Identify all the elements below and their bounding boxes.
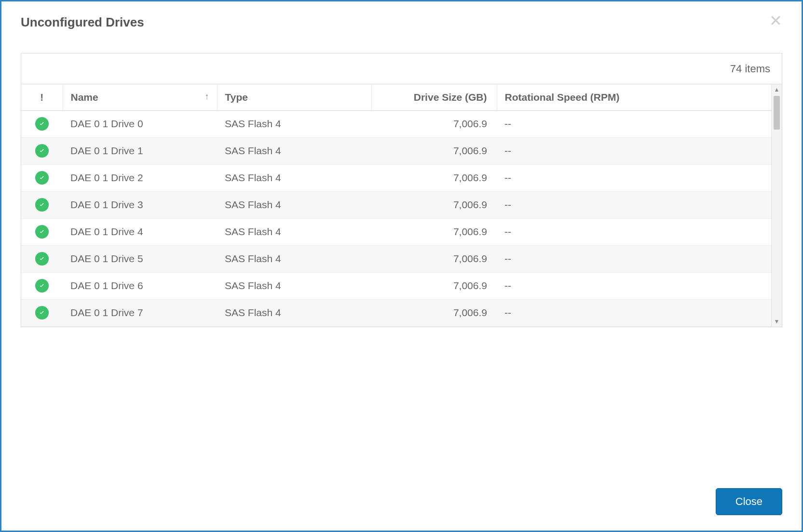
cell-size: 7,006.9 (371, 110, 497, 137)
dialog-title: Unconfigured Drives (21, 15, 144, 30)
cell-type: SAS Flash 4 (217, 299, 371, 326)
cell-status (21, 110, 63, 137)
check-circle-icon (35, 117, 49, 131)
cell-status (21, 272, 63, 299)
cell-status (21, 299, 63, 326)
check-circle-icon (35, 171, 49, 185)
cell-type: SAS Flash 4 (217, 218, 371, 245)
table-toolbar: 74 items (21, 53, 782, 84)
cell-status (21, 191, 63, 218)
cell-status (21, 218, 63, 245)
col-header-type[interactable]: Type (217, 84, 371, 110)
check-circle-icon (35, 198, 49, 212)
cell-name: DAE 0 1 Drive 7 (63, 299, 217, 326)
cell-rpm: -- (497, 110, 771, 137)
cell-type: SAS Flash 4 (217, 245, 371, 272)
scroll-up-icon[interactable]: ▲ (772, 84, 782, 95)
table-row[interactable]: DAE 0 1 Drive 4SAS Flash 47,006.9-- (21, 218, 771, 245)
dialog-header: Unconfigured Drives ✕ (21, 15, 782, 30)
cell-size: 7,006.9 (371, 191, 497, 218)
vertical-scrollbar[interactable]: ▲ ▼ (771, 84, 782, 327)
scroll-track[interactable] (772, 95, 782, 316)
table-row[interactable]: DAE 0 1 Drive 5SAS Flash 47,006.9-- (21, 245, 771, 272)
check-circle-icon (35, 306, 49, 319)
col-header-size[interactable]: Drive Size (GB) (371, 84, 497, 110)
cell-type: SAS Flash 4 (217, 164, 371, 191)
cell-rpm: -- (497, 137, 771, 164)
cell-status (21, 245, 63, 272)
table-grid: ! Name ↑ Type Drive Size (GB) Rotational… (21, 84, 782, 327)
cell-type: SAS Flash 4 (217, 110, 371, 137)
dialog-footer: Close (21, 479, 782, 515)
check-circle-icon (35, 225, 49, 239)
table-row[interactable]: DAE 0 1 Drive 2SAS Flash 47,006.9-- (21, 164, 771, 191)
cell-name: DAE 0 1 Drive 1 (63, 137, 217, 164)
table-row[interactable]: DAE 0 1 Drive 7SAS Flash 47,006.9-- (21, 299, 771, 326)
cell-rpm: -- (497, 245, 771, 272)
close-icon[interactable]: ✕ (769, 13, 782, 28)
sort-asc-icon: ↑ (205, 92, 209, 102)
cell-name: DAE 0 1 Drive 2 (63, 164, 217, 191)
drives-table-container: 74 items ! Name ↑ Type (21, 53, 782, 327)
col-header-rpm[interactable]: Rotational Speed (RPM) (497, 84, 771, 110)
cell-type: SAS Flash 4 (217, 191, 371, 218)
table-body: DAE 0 1 Drive 0SAS Flash 47,006.9--DAE 0… (21, 110, 771, 326)
check-circle-icon (35, 252, 49, 266)
close-button[interactable]: Close (716, 488, 782, 515)
col-header-status[interactable]: ! (21, 84, 63, 110)
table-row[interactable]: DAE 0 1 Drive 6SAS Flash 47,006.9-- (21, 272, 771, 299)
cell-size: 7,006.9 (371, 272, 497, 299)
cell-rpm: -- (497, 191, 771, 218)
unconfigured-drives-dialog: Unconfigured Drives ✕ 74 items ! Name (0, 0, 803, 532)
cell-size: 7,006.9 (371, 164, 497, 191)
check-circle-icon (35, 279, 49, 293)
cell-name: DAE 0 1 Drive 0 (63, 110, 217, 137)
table-header: ! Name ↑ Type Drive Size (GB) Rotational… (21, 84, 771, 110)
cell-name: DAE 0 1 Drive 4 (63, 218, 217, 245)
cell-type: SAS Flash 4 (217, 272, 371, 299)
scroll-thumb[interactable] (774, 96, 780, 130)
cell-type: SAS Flash 4 (217, 137, 371, 164)
cell-name: DAE 0 1 Drive 6 (63, 272, 217, 299)
cell-size: 7,006.9 (371, 245, 497, 272)
cell-size: 7,006.9 (371, 137, 497, 164)
table-body-wrap: ! Name ↑ Type Drive Size (GB) Rotational… (21, 84, 771, 327)
table-row[interactable]: DAE 0 1 Drive 3SAS Flash 47,006.9-- (21, 191, 771, 218)
table-row[interactable]: DAE 0 1 Drive 0SAS Flash 47,006.9-- (21, 110, 771, 137)
cell-rpm: -- (497, 218, 771, 245)
cell-rpm: -- (497, 272, 771, 299)
table-row[interactable]: DAE 0 1 Drive 1SAS Flash 47,006.9-- (21, 137, 771, 164)
cell-size: 7,006.9 (371, 299, 497, 326)
scroll-down-icon[interactable]: ▼ (772, 316, 782, 327)
cell-rpm: -- (497, 164, 771, 191)
cell-status (21, 137, 63, 164)
cell-name: DAE 0 1 Drive 3 (63, 191, 217, 218)
check-circle-icon (35, 144, 49, 158)
cell-name: DAE 0 1 Drive 5 (63, 245, 217, 272)
cell-rpm: -- (497, 299, 771, 326)
col-header-name[interactable]: Name ↑ (63, 84, 217, 110)
cell-status (21, 164, 63, 191)
item-count-label: 74 items (730, 63, 770, 75)
cell-size: 7,006.9 (371, 218, 497, 245)
drives-table: ! Name ↑ Type Drive Size (GB) Rotational… (21, 84, 771, 327)
